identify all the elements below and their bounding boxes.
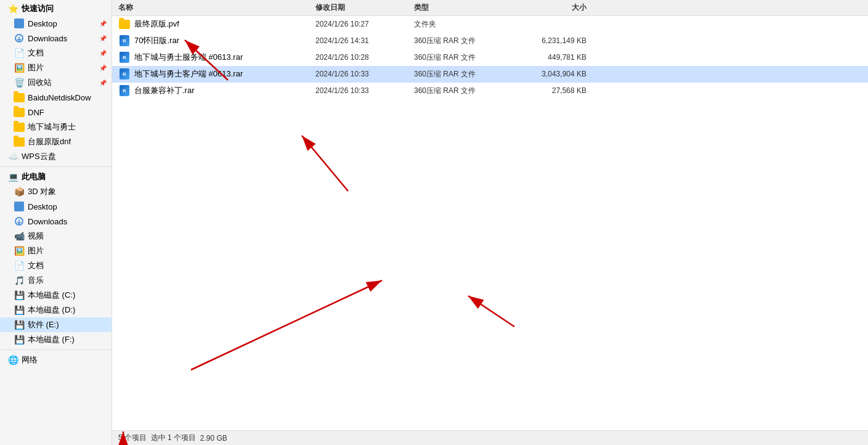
sidebar-item-documents-pc[interactable]: 📄 文档 — [0, 258, 112, 273]
sidebar-item-desktop-quick[interactable]: Desktop 📌 — [0, 16, 112, 31]
sidebar-this-pc-label: 💻 此电脑 — [0, 169, 112, 184]
file-name-label: 70怀旧版.rar — [134, 35, 179, 46]
file-size-cell: 27,568 KB — [513, 86, 586, 95]
rar-file-icon: R — [118, 51, 131, 63]
sidebar-item-dungeon[interactable]: 地下城与勇士 — [0, 120, 112, 134]
column-name-header[interactable]: 名称 — [118, 2, 315, 13]
sidebar-item-label: Desktop — [28, 202, 57, 211]
sidebar-item-pictures-quick[interactable]: 🖼️ 图片 📌 — [0, 60, 112, 75]
sidebar-item-label: 图片 — [28, 62, 44, 73]
3d-icon: 📦 — [14, 186, 25, 197]
sidebar-item-label: 文档 — [28, 260, 44, 271]
sidebar-item-label: 音乐 — [28, 275, 44, 286]
quick-access-label: 快速访问 — [22, 3, 54, 14]
file-list: 最终原版.pvf 2024/1/26 10:27 文件夹 R 70怀旧版.rar… — [112, 16, 868, 430]
file-date-cell: 2024/1/26 10:27 — [315, 20, 414, 28]
file-date-cell: 2024/1/26 10:33 — [315, 86, 414, 95]
sidebar-item-label: 软件 (E:) — [28, 319, 59, 330]
folder-icon — [14, 92, 25, 103]
rar-file-icon: R — [118, 68, 131, 80]
desktop-icon — [14, 18, 25, 29]
sidebar-item-label: 图片 — [28, 245, 44, 256]
sidebar-item-drive-e[interactable]: 💾 软件 (E:) — [0, 317, 112, 332]
sidebar-item-recycle[interactable]: 🗑️ 回收站 📌 — [0, 75, 112, 90]
sidebar-item-downloads-quick[interactable]: Downloads 📌 — [0, 31, 112, 46]
status-bar: 5 个项目 选中 1 个项目 2.90 GB — [112, 430, 868, 445]
file-size-cell: 6,231,149 KB — [513, 36, 586, 45]
file-name-label: 地下城与勇士客户端 #0613.rar — [134, 68, 243, 80]
quick-access-icon: ⭐ — [7, 3, 18, 14]
folder-icon — [14, 136, 25, 147]
sidebar-item-drive-f[interactable]: 💾 本地磁盘 (F:) — [0, 332, 112, 347]
main-content: 名称 修改日期 类型 大小 最终原版.pvf 2024/1/26 10:27 文… — [112, 0, 868, 445]
sidebar-item-baidu[interactable]: BaiduNetdiskDow — [0, 90, 112, 105]
table-row[interactable]: R 地下城与勇士服务端 #0613.rar 2024/1/26 10:28 36… — [112, 49, 868, 66]
selected-size: 2.90 GB — [200, 434, 227, 443]
table-row[interactable]: R 70怀旧版.rar 2024/1/26 14:31 360压缩 RAR 文件… — [112, 33, 868, 49]
column-size-header[interactable]: 大小 — [513, 2, 586, 13]
drive-d-icon: 💾 — [14, 304, 25, 316]
file-list-header: 名称 修改日期 类型 大小 — [112, 0, 868, 16]
network-icon: 🌐 — [7, 354, 18, 365]
file-size-cell: 449,781 KB — [513, 53, 586, 62]
sidebar-item-label: 回收站 — [28, 77, 52, 88]
video-icon: 📹 — [14, 231, 25, 242]
file-type-cell: 360压缩 RAR 文件 — [414, 36, 513, 46]
recycle-icon: 🗑️ — [14, 77, 25, 88]
pictures-pc-icon: 🖼️ — [14, 245, 25, 256]
rar-file-icon: R — [118, 84, 131, 97]
file-name-cell: R 地下城与勇士客户端 #0613.rar — [118, 68, 315, 80]
folder-file-icon — [118, 18, 131, 30]
table-row[interactable]: 最终原版.pvf 2024/1/26 10:27 文件夹 — [112, 16, 868, 33]
file-type-cell: 360压缩 RAR 文件 — [414, 52, 513, 63]
file-name-cell: R 70怀旧版.rar — [118, 35, 315, 47]
drive-c-icon: 💾 — [14, 290, 25, 301]
file-type-cell: 文件夹 — [414, 19, 513, 30]
sidebar-item-drive-c[interactable]: 💾 本地磁盘 (C:) — [0, 288, 112, 303]
folder-icon — [14, 107, 25, 118]
sidebar-item-label: Desktop — [28, 19, 57, 28]
sidebar-item-downloads-pc[interactable]: Downloads — [0, 214, 112, 229]
sidebar-item-wps[interactable]: ☁️ WPS云盘 — [0, 149, 112, 164]
sidebar-item-network[interactable]: 🌐 网络 — [0, 353, 112, 367]
pin-icon: 📌 — [99, 80, 107, 86]
sidebar-item-music[interactable]: 🎵 音乐 — [0, 273, 112, 288]
sidebar-item-pictures-pc[interactable]: 🖼️ 图片 — [0, 243, 112, 258]
sidebar-item-taifu[interactable]: 台服原版dnf — [0, 134, 112, 149]
sidebar-divider — [0, 166, 112, 167]
table-row[interactable]: R 台服兼容补丁.rar 2024/1/26 10:33 360压缩 RAR 文… — [112, 83, 868, 99]
sidebar-item-3d[interactable]: 📦 3D 对象 — [0, 184, 112, 199]
drive-f-icon: 💾 — [14, 334, 25, 345]
sidebar-item-dnf[interactable]: DNF — [0, 105, 112, 120]
sidebar-item-label: 本地磁盘 (F:) — [28, 334, 75, 345]
file-date-cell: 2024/1/26 10:28 — [315, 53, 414, 62]
file-name-cell: R 台服兼容补丁.rar — [118, 84, 315, 97]
sidebar-divider-2 — [0, 349, 112, 350]
sidebar-item-label: 本地磁盘 (C:) — [28, 290, 75, 301]
sidebar-quick-access-label: ⭐ 快速访问 — [0, 1, 112, 16]
table-row[interactable]: R 地下城与勇士客户端 #0613.rar 2024/1/26 10:33 36… — [112, 66, 868, 83]
sidebar: ⭐ 快速访问 Desktop 📌 Downloads 📌 📄 文档 📌 🖼️ 图… — [0, 0, 112, 445]
sidebar-item-label: Downloads — [28, 217, 67, 226]
sidebar-item-desktop-pc[interactable]: Desktop — [0, 199, 112, 214]
sidebar-item-video[interactable]: 📹 视频 — [0, 229, 112, 243]
pin-icon: 📌 — [99, 35, 107, 42]
file-name-label: 地下城与勇士服务端 #0613.rar — [134, 52, 243, 63]
sidebar-item-label: 台服原版dnf — [28, 136, 71, 147]
file-date-cell: 2024/1/26 14:31 — [315, 36, 414, 45]
music-icon: 🎵 — [14, 275, 25, 286]
item-count: 5 个项目 — [118, 433, 147, 443]
sidebar-item-label: DNF — [28, 108, 44, 117]
sidebar-item-label: 本地磁盘 (D:) — [28, 304, 75, 316]
folder-icon — [14, 121, 25, 133]
file-name-cell: 最终原版.pvf — [118, 18, 315, 30]
sidebar-item-documents-quick[interactable]: 📄 文档 📌 — [0, 46, 112, 60]
file-size-cell: 3,043,904 KB — [513, 70, 586, 78]
sidebar-item-drive-d[interactable]: 💾 本地磁盘 (D:) — [0, 303, 112, 317]
pc-icon: 💻 — [7, 171, 18, 182]
column-date-header[interactable]: 修改日期 — [315, 2, 414, 13]
sidebar-item-label: 文档 — [28, 47, 44, 59]
selected-count: 选中 1 个项目 — [151, 433, 196, 443]
column-type-header[interactable]: 类型 — [414, 2, 513, 13]
file-type-cell: 360压缩 RAR 文件 — [414, 86, 513, 96]
